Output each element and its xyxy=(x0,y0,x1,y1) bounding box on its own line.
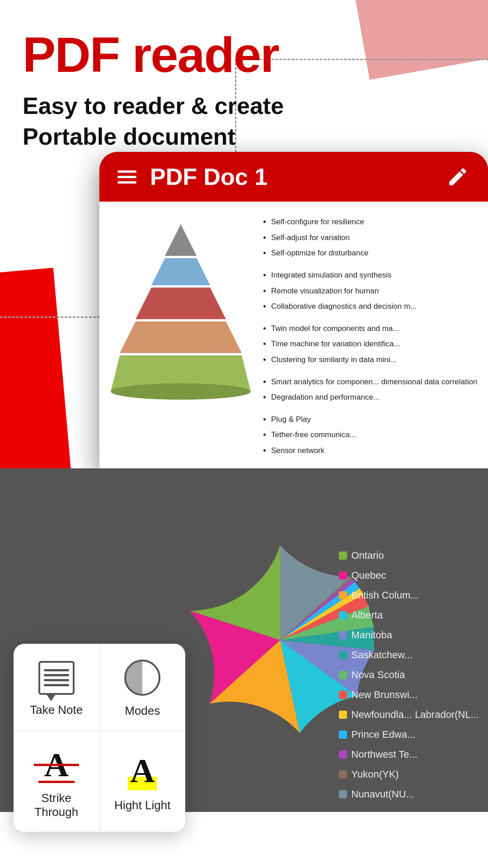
svg-point-5 xyxy=(111,383,251,400)
tool-row-2: A Strike Through A Hight Light xyxy=(14,731,185,832)
legend-dot-bc xyxy=(339,591,347,599)
highlight-button[interactable]: A Hight Light xyxy=(100,731,186,832)
legend-dot-yukon xyxy=(339,770,347,778)
modes-button[interactable]: Modes xyxy=(100,644,186,731)
legend-alberta: Alberta xyxy=(339,609,479,621)
pyramid-chart xyxy=(108,211,253,429)
pyramid-level-5-labels: Self-configure for resilience Self-adjus… xyxy=(262,215,479,260)
strike-through-button[interactable]: A Strike Through xyxy=(14,731,100,832)
legend-label-ontario: Ontario xyxy=(352,550,384,561)
legend-label-bc: British Colum... xyxy=(352,590,419,601)
modes-label: Modes xyxy=(125,704,160,718)
strike-through-label: Strike Through xyxy=(23,791,90,819)
take-note-button[interactable]: Take Note xyxy=(14,644,100,731)
legend-bc: British Colum... xyxy=(339,590,479,601)
phone-mockup: PDF Doc 1 xyxy=(99,152,488,468)
pencil-icon[interactable] xyxy=(445,165,470,189)
modes-icon xyxy=(124,660,160,696)
tool-row-1: Take Note Modes xyxy=(14,644,185,731)
highlight-icon: A xyxy=(124,754,160,790)
take-note-icon-wrapper xyxy=(38,661,75,695)
take-note-icon xyxy=(38,661,75,695)
header: PDF reader Easy to reader & create Porta… xyxy=(0,0,488,161)
legend-quebec: Quebec xyxy=(339,570,479,581)
legend-label-ns: Nova Scotia xyxy=(352,669,405,681)
legend-label-alberta: Alberta xyxy=(352,609,383,621)
tool-panel: Take Note Modes A Strike Through A Hight… xyxy=(14,644,185,832)
subtitle: Easy to reader & create Portable documen… xyxy=(23,91,465,152)
phone-header: PDF Doc 1 xyxy=(99,152,488,202)
subtitle-line1: Easy to reader & create xyxy=(23,93,284,119)
legend-dot-nwt xyxy=(339,750,347,759)
legend-dot-sask xyxy=(339,651,347,659)
legend-label-yukon: Yukon(YK) xyxy=(352,769,399,780)
take-note-label: Take Note xyxy=(30,703,83,717)
legend-ontario: Ontario xyxy=(339,550,479,561)
legend-label-quebec: Quebec xyxy=(352,570,386,581)
pyramid-level-2-labels: Smart analytics for componen... dimensio… xyxy=(262,375,479,405)
legend-dot-alberta xyxy=(339,611,347,619)
phone-doc-title: PDF Doc 1 xyxy=(150,163,432,190)
legend-dot-manitoba xyxy=(339,631,347,639)
svg-marker-0 xyxy=(165,224,197,256)
subtitle-line2: Portable document xyxy=(23,123,235,150)
legend-sask: Saskatchew... xyxy=(339,649,479,661)
legend-dot-quebec xyxy=(339,571,347,580)
legend-dot-ns xyxy=(339,671,347,679)
svg-marker-2 xyxy=(136,288,226,319)
hamburger-icon[interactable] xyxy=(117,170,136,184)
legend-ns: Nova Scotia xyxy=(339,669,479,681)
legend-nwt: Northwest Te... xyxy=(339,749,479,760)
legend-label-nwt: Northwest Te... xyxy=(352,749,418,760)
legend-nfl: Newfoundla... Labrador(NL... xyxy=(339,709,479,721)
legend-label-nb: New Brunswi... xyxy=(352,689,418,701)
strike-through-icon: A xyxy=(38,747,75,783)
legend-dot-pei xyxy=(339,731,347,739)
legend-label-manitoba: Manitoba xyxy=(352,629,393,641)
legend-dot-ontario xyxy=(339,552,347,560)
pyramid-level-1-labels: Plug & Play Tether-free communica... Sen… xyxy=(262,413,479,458)
legend-label-pei: Prince Edwa... xyxy=(352,729,416,741)
legend-pei: Prince Edwa... xyxy=(339,729,479,741)
highlight-label: Hight Light xyxy=(114,798,170,812)
legend-label-nfl: Newfoundla... Labrador(NL... xyxy=(352,709,479,721)
pyramid-level-3-labels: Twin model for components and ma... Time… xyxy=(262,322,479,367)
legend-dot-nb xyxy=(339,691,347,699)
svg-marker-1 xyxy=(151,258,210,285)
legend-yukon: Yukon(YK) xyxy=(339,769,479,780)
legend-manitoba: Manitoba xyxy=(339,629,479,641)
phone-frame: PDF Doc 1 xyxy=(99,152,488,468)
main-title: PDF reader xyxy=(23,27,465,82)
phone-content: Self-configure for resilience Self-adjus… xyxy=(99,202,488,468)
legend-label-nunavut: Nunavut(NU... xyxy=(352,788,414,800)
legend-dot-nfl xyxy=(339,711,347,719)
pyramid-area: Self-configure for resilience Self-adjus… xyxy=(99,202,488,468)
pyramid-level-4-labels: Integrated simulation and synthesis Remo… xyxy=(262,269,479,314)
legend-nb: New Brunswi... xyxy=(339,689,479,701)
pyramid-labels: Self-configure for resilience Self-adjus… xyxy=(262,211,479,466)
svg-marker-3 xyxy=(120,321,242,353)
legend-nunavut: Nunavut(NU... xyxy=(339,788,479,800)
legend-label-sask: Saskatchew... xyxy=(352,649,413,661)
legend-dot-nunavut xyxy=(339,790,347,798)
pie-section: Ontario Quebec British Colum... Alberta … xyxy=(172,468,488,812)
pie-legend: Ontario Quebec British Colum... Alberta … xyxy=(339,550,479,800)
